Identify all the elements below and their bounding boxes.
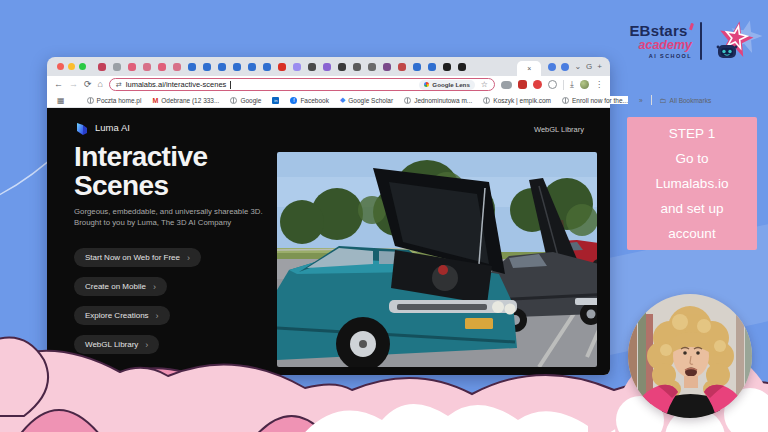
bookmarks-list: Poczta home.plMOdebrane (12 333...Google… [87, 96, 628, 104]
tab-favicon[interactable] [158, 63, 166, 71]
scholar-icon: ◆ [340, 96, 345, 104]
tab-favicon[interactable] [173, 63, 181, 71]
chevron-right-icon: › [187, 253, 190, 263]
tab-favicon[interactable] [548, 63, 556, 71]
bookmark-item[interactable]: Google [230, 97, 261, 104]
globe-icon [483, 97, 490, 104]
window-controls[interactable] [57, 63, 86, 70]
maximize-window-icon[interactable] [79, 63, 86, 70]
step-text: account [668, 221, 715, 246]
tab-favicons [98, 63, 513, 71]
tab-search-icon[interactable]: ⌄ [574, 62, 581, 71]
site-settings-icon[interactable]: ⇄ [116, 81, 122, 89]
reload-icon[interactable]: ⟳ [84, 80, 92, 89]
step-title: STEP 1 [669, 121, 715, 146]
page-subtitle: Gorgeous, embeddable, and universally sh… [74, 206, 282, 228]
back-icon[interactable]: ← [54, 80, 63, 89]
tab-favicon[interactable] [98, 63, 106, 71]
academy-logo: EBstars academy AI SCHOOL [602, 12, 758, 70]
tab-favicon[interactable] [323, 63, 331, 71]
address-bar[interactable]: ⇄ lumalabs.ai/interactive-scenes Google … [109, 78, 495, 91]
step-text: Go to [675, 146, 708, 171]
tab-favicon[interactable] [338, 63, 346, 71]
page-title: Interactive Scenes [74, 142, 207, 200]
site-brand[interactable]: Luma AI [95, 122, 130, 133]
step-panel: STEP 1 Go to Lumalabs.io and set up acco… [627, 117, 757, 250]
tab-favicon[interactable] [128, 63, 136, 71]
tab-strip: × ⌄ G + [47, 57, 610, 76]
google-lens-chip[interactable]: Google Lens [419, 80, 474, 90]
luma-logo-icon[interactable] [74, 121, 90, 137]
bookmark-star-icon[interactable]: ☆ [481, 80, 488, 89]
tab-favicon[interactable] [233, 63, 241, 71]
globe-icon [562, 97, 569, 104]
tab-close-icon[interactable]: × [527, 65, 531, 72]
forward-icon[interactable]: → [69, 80, 78, 89]
linkedin-icon: in [272, 97, 279, 104]
slide-canvas: × ⌄ G + ← → ⟳ ⌂ ⇄ lumalabs.ai/interactiv… [0, 0, 768, 432]
minimize-window-icon[interactable] [68, 63, 75, 70]
home-icon[interactable]: ⌂ [98, 80, 103, 89]
tab-favicon[interactable] [188, 63, 196, 71]
tab-favicon[interactable] [218, 63, 226, 71]
globe-icon [87, 97, 94, 104]
tab-favicon[interactable] [113, 63, 121, 71]
profile-avatar[interactable] [580, 80, 589, 89]
extension-icon[interactable] [501, 81, 512, 89]
tab-favicon[interactable] [458, 63, 466, 71]
tab-favicon[interactable] [293, 63, 301, 71]
text-caret [230, 81, 231, 89]
tab-favicon[interactable] [428, 63, 436, 71]
tab-favicon[interactable] [398, 63, 406, 71]
toolbar-divider [563, 80, 564, 90]
tab-group-icon[interactable]: G [586, 62, 592, 71]
tab-favicon[interactable] [263, 63, 271, 71]
bookmark-item[interactable]: Koszyk | empik.com [483, 97, 551, 104]
downloads-icon[interactable]: ⤓ [570, 79, 574, 90]
apps-grid-icon[interactable]: ▦ [57, 96, 65, 105]
tab-favicon[interactable] [368, 63, 376, 71]
folder-icon: 🗀 [660, 97, 667, 104]
bookmarks-divider [651, 95, 652, 105]
lens-label: Google Lens [432, 81, 469, 88]
star-robot-icon [710, 17, 758, 65]
bookmark-item[interactable]: Enroll now for the... [562, 97, 628, 104]
tab-favicon[interactable] [278, 63, 286, 71]
tab-favicon[interactable] [413, 63, 421, 71]
extension-icon[interactable] [518, 80, 527, 89]
tab-favicon[interactable] [308, 63, 316, 71]
extension-icon[interactable] [533, 80, 542, 89]
logo-name: EBstars [629, 23, 687, 38]
tab-favicon[interactable] [143, 63, 151, 71]
tab-favicon[interactable] [443, 63, 451, 71]
tab-favicon[interactable] [561, 63, 569, 71]
gmail-icon: M [152, 97, 158, 104]
create-mobile-button[interactable]: Create on Mobile› [74, 277, 167, 296]
bookmark-item[interactable]: Poczta home.pl [87, 97, 142, 104]
bookmark-item[interactable]: fFacebook [290, 97, 329, 104]
bookmark-item[interactable]: in [272, 97, 279, 104]
active-tab[interactable]: × [517, 61, 541, 76]
url-text[interactable]: lumalabs.ai/interactive-scenes [126, 80, 226, 89]
tab-favicon[interactable] [353, 63, 361, 71]
step-text: Lumalabs.io [656, 171, 729, 196]
tab-favicon[interactable] [383, 63, 391, 71]
bookmark-item[interactable]: ◆Google Scholar [340, 96, 393, 104]
tab-favicon[interactable] [203, 63, 211, 71]
bookmark-item[interactable]: MOdebrane (12 333... [152, 97, 219, 104]
logo-divider [700, 22, 702, 60]
tab-favicon[interactable] [248, 63, 256, 71]
globe-icon [404, 97, 411, 104]
logo-tagline: AI SCHOOL [649, 54, 692, 60]
close-window-icon[interactable] [57, 63, 64, 70]
lens-icon [424, 82, 429, 87]
all-bookmarks-button[interactable]: 🗀 All Bookmarks [660, 97, 712, 104]
start-now-button[interactable]: Start Now on Web for Free› [74, 248, 201, 267]
bookmark-item[interactable]: Jednominutowa m... [404, 97, 472, 104]
bookmarks-overflow-icon[interactable]: » [639, 97, 643, 104]
logo-sub: academy [638, 39, 692, 52]
menu-dots-icon[interactable]: ⋮ [595, 80, 603, 89]
extensions-puzzle-icon[interactable] [548, 80, 557, 89]
logo-tick-decoration [688, 22, 693, 29]
nav-link-webgl[interactable]: WebGL Library [534, 125, 584, 134]
